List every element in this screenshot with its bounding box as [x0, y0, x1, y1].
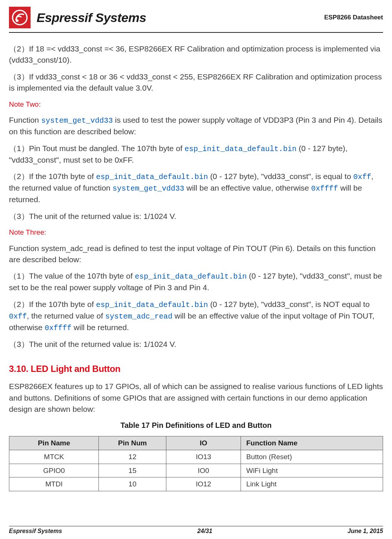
table-cell: IO0 [166, 464, 241, 477]
svg-point-0 [13, 10, 27, 25]
page-content: （2）If 18 =< vdd33_const =< 36, ESP8266EX… [9, 43, 383, 491]
code-inline: esp_init_data_default.bin [96, 173, 208, 181]
paragraph: （2）If the 107th byte of esp_init_data_de… [9, 299, 383, 333]
header-left: Espressif Systems [9, 7, 146, 28]
paragraph: Function system_get_vdd33 is used to tes… [9, 115, 383, 137]
paragraph: （1）Pin Tout must be dangled. The 107th b… [9, 143, 383, 166]
paragraph: （3）If vdd33_const < 18 or 36 < vdd33_con… [9, 71, 383, 94]
table-caption: Table 17 Pin Definitions of LED and Butt… [9, 420, 383, 431]
note-heading: Note Three: [9, 227, 383, 238]
footer-company: Espressif Systems [9, 528, 62, 535]
table-cell: Button (Reset) [241, 450, 383, 464]
table-header: Pin Name [9, 436, 99, 450]
svg-point-1 [16, 19, 19, 22]
paragraph: ESP8266EX features up to 17 GPIOs, all o… [9, 381, 383, 415]
paragraph: （2）If the 107th byte of esp_init_data_de… [9, 171, 383, 205]
table-cell: GPIO0 [9, 464, 99, 477]
table-row: MTDI 10 IO12 Link Light [9, 477, 383, 491]
table-header: IO [166, 436, 241, 450]
code-inline: system_adc_read [105, 312, 172, 321]
table-cell: WiFi Light [241, 464, 383, 477]
table-header: Pin Num [99, 436, 166, 450]
espressif-logo-icon [9, 7, 31, 28]
table-header: Function Name [241, 436, 383, 450]
code-inline: 0xff [9, 312, 27, 321]
table-header-row: Pin Name Pin Num IO Function Name [9, 436, 383, 450]
paragraph: （3）The unit of the returned value is: 1/… [9, 339, 383, 350]
table-cell: 12 [99, 450, 166, 464]
section-heading: 3.10. LED Light and Button [9, 363, 383, 376]
table-row: MTCK 12 IO13 Button (Reset) [9, 450, 383, 464]
table-cell: 15 [99, 464, 166, 477]
document-title: ESP8266 Datasheet [324, 14, 383, 21]
table-cell: Link Light [241, 477, 383, 491]
code-inline: esp_init_data_default.bin [96, 301, 208, 309]
table-cell: IO13 [166, 450, 241, 464]
note-heading: Note Two: [9, 99, 383, 110]
page-footer: Espressif Systems 24/31 June 1, 2015 [9, 526, 383, 535]
paragraph: （2）If 18 =< vdd33_const =< 36, ESP8266EX… [9, 43, 383, 66]
code-inline: esp_init_data_default.bin [135, 272, 247, 281]
code-inline: 0xffff [311, 184, 338, 193]
paragraph: （3）The unit of the returned value is: 1/… [9, 211, 383, 222]
page-number: 24/31 [197, 528, 212, 535]
code-inline: 0xffff [45, 324, 72, 332]
paragraph: Function system_adc_read is defined to t… [9, 243, 383, 266]
table-cell: MTCK [9, 450, 99, 464]
code-inline: esp_init_data_default.bin [185, 145, 297, 153]
table-cell: 10 [99, 477, 166, 491]
page-header: Espressif Systems ESP8266 Datasheet [9, 0, 383, 33]
code-inline: system_get_vdd33 [113, 184, 184, 193]
table-cell: IO12 [166, 477, 241, 491]
paragraph: （1）The value of the 107th byte of esp_in… [9, 270, 383, 293]
brand-name: Espressif Systems [37, 10, 146, 25]
table-cell: MTDI [9, 477, 99, 491]
code-inline: system_get_vdd33 [41, 116, 113, 125]
table-row: GPIO0 15 IO0 WiFi Light [9, 464, 383, 477]
code-inline: 0xff [353, 173, 371, 181]
pin-definitions-table: Pin Name Pin Num IO Function Name MTCK 1… [9, 436, 383, 491]
footer-date: June 1, 2015 [348, 528, 383, 535]
